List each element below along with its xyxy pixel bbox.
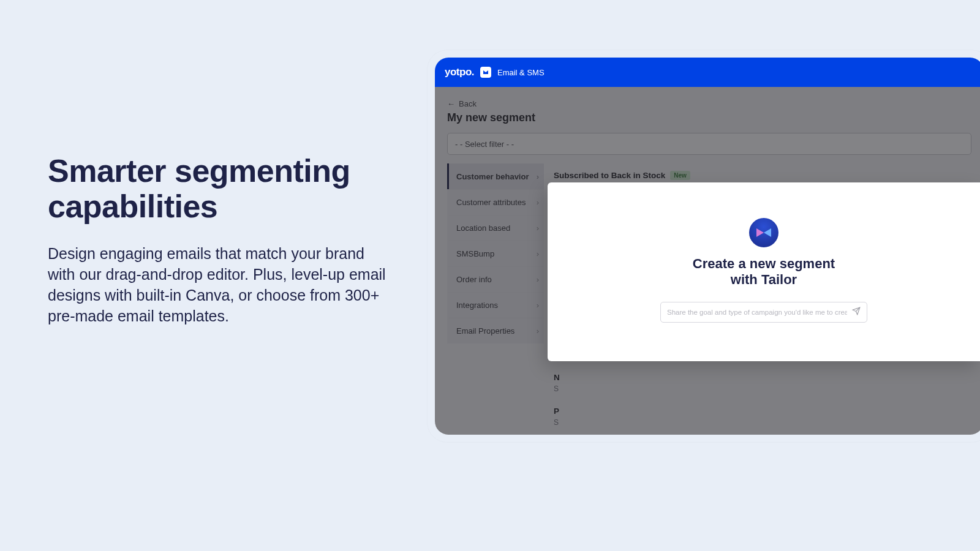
filter-option-title: P <box>554 407 559 416</box>
modal-title-line2: with Tailor <box>731 272 797 287</box>
sidebar-item[interactable]: SMSBump› <box>447 241 544 266</box>
chevron-right-icon: › <box>537 275 539 284</box>
filter-select[interactable]: - - Select filter - - <box>447 133 971 155</box>
marketing-body: Design engaging emails that match your b… <box>48 244 391 326</box>
sidebar-item[interactable]: Customer behavior› <box>447 163 544 189</box>
chevron-right-icon: › <box>537 249 539 258</box>
modal-title-line1: Create a new segment <box>693 256 835 271</box>
sidebar-item-label: Customer behavior <box>456 172 529 181</box>
sidebar-item-label: Location based <box>456 223 510 233</box>
chevron-right-icon: › <box>537 301 539 310</box>
sidebar-item-label: Customer attributes <box>456 198 526 207</box>
filter-option-desc: S <box>554 418 971 427</box>
prompt-input-wrap <box>660 302 867 323</box>
filter-option-title: N <box>554 373 560 382</box>
product-name: Email & SMS <box>497 68 545 77</box>
filter-option-desc: S <box>554 384 971 393</box>
filter-placeholder: - - Select filter - - <box>455 140 514 149</box>
tailor-icon <box>749 218 778 247</box>
sidebar-item[interactable]: Order info› <box>447 266 544 292</box>
send-icon <box>852 307 861 317</box>
prompt-input[interactable] <box>667 309 847 316</box>
chevron-right-icon: › <box>537 326 539 335</box>
sidebar-item-label: Email Properties <box>456 326 514 335</box>
filter-option-title: Subscribed to Back in StockNew <box>554 171 690 180</box>
tailor-modal: Create a new segment with Tailor <box>548 182 980 361</box>
category-sidebar: Customer behavior›Customer attributes›Lo… <box>447 163 544 433</box>
sidebar-item-label: Integrations <box>456 301 498 310</box>
modal-title: Create a new segment with Tailor <box>693 256 835 288</box>
marketing-copy: Smarter segmenting capabilities Design e… <box>48 153 391 326</box>
filter-option[interactable]: PS <box>554 399 971 433</box>
sidebar-item[interactable]: Customer attributes› <box>447 189 544 215</box>
chevron-right-icon: › <box>537 198 539 207</box>
sidebar-item[interactable]: Email Properties› <box>447 318 544 343</box>
logo-text: yotpo. <box>445 66 474 78</box>
back-button[interactable]: ← Back <box>447 99 477 108</box>
sidebar-item[interactable]: Integrations› <box>447 292 544 318</box>
marketing-headline: Smarter segmenting capabilities <box>48 153 391 224</box>
send-button[interactable] <box>852 307 861 317</box>
chevron-right-icon: › <box>537 172 539 181</box>
sidebar-item[interactable]: Location based› <box>447 215 544 241</box>
sidebar-item-label: SMSBump <box>456 249 494 258</box>
sidebar-item-label: Order info <box>456 275 492 284</box>
new-badge: New <box>670 171 690 180</box>
back-label: Back <box>459 99 477 108</box>
chevron-right-icon: › <box>537 223 539 233</box>
page-title: My new segment <box>447 111 971 124</box>
arrow-left-icon: ← <box>447 99 455 108</box>
filter-option[interactable]: NS <box>554 365 971 399</box>
product-icon <box>480 67 491 78</box>
topbar: yotpo. Email & SMS <box>435 58 980 87</box>
